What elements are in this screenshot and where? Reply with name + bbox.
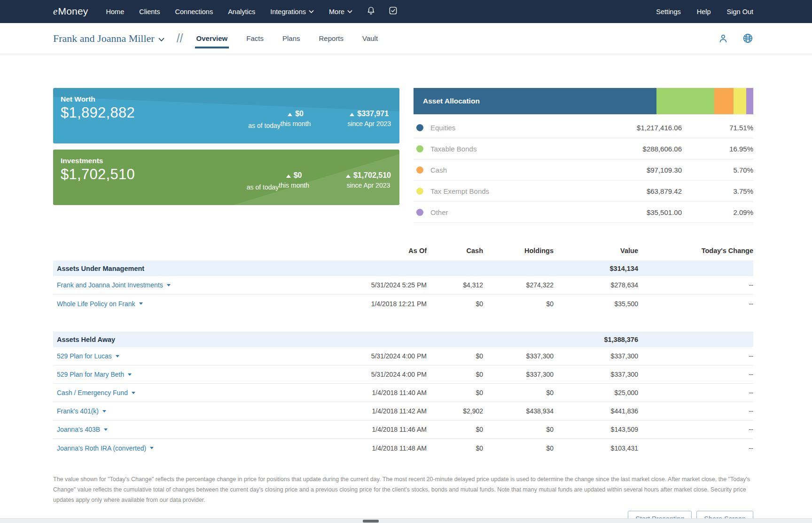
asset-allocation-panel: Asset Allocation Equities $1,217,416.06 …: [414, 88, 753, 223]
caret-down-icon[interactable]: [167, 284, 171, 286]
net-worth-amount: $1,892,882: [61, 104, 135, 121]
asset-link[interactable]: 529 Plan for Mary Beth: [57, 371, 124, 378]
allocation-segment-other: [746, 88, 753, 114]
emoney-logo[interactable]: eMoney: [53, 6, 88, 17]
legend-dot-icon: [416, 209, 423, 216]
chevron-down-icon: [309, 10, 314, 14]
nav-item-sign-out[interactable]: Sign Out: [719, 0, 753, 23]
column-header-holdings: Holdings: [483, 247, 554, 254]
asset-link[interactable]: Cash / Emergency Fund: [57, 389, 128, 396]
chevron-down-icon: [347, 10, 352, 14]
section-total: $314,134: [554, 265, 638, 272]
net-worth-card: Net Worth $1,892,882 as of today $0 this…: [53, 88, 399, 143]
asset-allocation-legend: Equities $1,217,416.06 71.51% Taxable Bo…: [414, 117, 753, 223]
asset-link[interactable]: Whole Life Policy on Frank: [57, 300, 135, 308]
nav-item-home[interactable]: Home: [99, 0, 132, 23]
asset-link[interactable]: Frank and Joanna Joint Investments: [57, 281, 163, 289]
allocation-segment-tax-exempt-bonds: [734, 88, 746, 114]
tab-overview[interactable]: Overview: [196, 23, 228, 54]
table-row: Whole Life Policy on Frank 1/4/2018 12:2…: [53, 294, 753, 313]
nav-item-integrations[interactable]: Integrations: [263, 0, 321, 23]
allocation-legend-row: Other $35,501.00 2.09%: [414, 202, 753, 223]
allocation-segment-taxable-bonds: [656, 88, 714, 114]
horizontal-scrollbar[interactable]: [0, 518, 812, 523]
investments-title: Investments: [61, 157, 279, 165]
column-header-cash: Cash: [427, 247, 483, 254]
client-selector[interactable]: Frank and Joanna Miller: [53, 32, 164, 45]
nav-item-settings[interactable]: Settings: [648, 0, 688, 23]
table-row: Frank's 401(k) 1/4/2018 11:42 AM $2,902 …: [53, 402, 753, 420]
nav-item-analytics[interactable]: Analytics: [220, 0, 263, 23]
scrollbar-thumb[interactable]: [363, 520, 379, 523]
asset-link[interactable]: Joanna's 403B: [57, 426, 100, 433]
client-tabs: Overview Facts Plans Reports Vault: [196, 23, 378, 54]
net-worth-asof: as of today: [61, 122, 281, 129]
notifications-button[interactable]: [360, 0, 382, 23]
caret-down-icon[interactable]: [150, 447, 154, 449]
nav-item-clients[interactable]: Clients: [132, 0, 167, 23]
triangle-up-icon: [350, 113, 354, 116]
section-total: $1,388,376: [554, 336, 638, 343]
allocation-segment-cash: [714, 88, 734, 114]
net-worth-month-change: $0 this month: [281, 95, 311, 143]
legend-dot-icon: [416, 145, 423, 152]
assets-table: As Of Cash Holdings Value Today's Change…: [53, 245, 753, 457]
client-header-bar: Frank and Joanna Miller // Overview Fact…: [0, 23, 812, 54]
caret-down-icon[interactable]: [104, 428, 108, 431]
table-section-header: Assets Held Away $1,388,376: [53, 332, 753, 347]
allocation-legend-row: Equities $1,217,416.06 71.51%: [414, 117, 753, 138]
allocation-legend-row: Cash $97,109.30 5.70%: [414, 159, 753, 181]
table-row: 529 Plan for Mary Beth 5/31/2024 4:00 PM…: [53, 365, 753, 384]
chevron-down-icon: [158, 32, 164, 45]
legend-dot-icon: [416, 166, 423, 174]
legend-dot-icon: [416, 188, 423, 195]
tab-plans[interactable]: Plans: [282, 23, 300, 54]
caret-down-icon[interactable]: [132, 392, 135, 394]
caret-down-icon[interactable]: [128, 373, 132, 376]
nav-item-more[interactable]: More: [321, 0, 360, 23]
bell-icon: [367, 6, 375, 17]
nav-item-help[interactable]: Help: [689, 0, 719, 23]
asset-link[interactable]: Frank's 401(k): [57, 407, 99, 415]
caret-down-icon[interactable]: [139, 302, 143, 305]
tab-vault[interactable]: Vault: [362, 23, 378, 54]
table-header-row: As Of Cash Holdings Value Today's Change: [53, 245, 753, 257]
legend-dot-icon: [416, 124, 423, 131]
tab-facts[interactable]: Facts: [246, 23, 264, 54]
asset-link[interactable]: Joanna's Roth IRA (converted): [57, 444, 146, 452]
column-header-value: Value: [554, 247, 638, 254]
net-worth-since-change: $337,971 since Apr 2023: [347, 95, 391, 143]
caret-down-icon[interactable]: [116, 355, 119, 357]
table-row: Cash / Emergency Fund 1/4/2018 11:40 AM …: [53, 384, 753, 402]
nav-item-connections[interactable]: Connections: [168, 0, 221, 23]
investments-amount: $1,702,510: [61, 166, 135, 183]
secondary-nav: Settings Help Sign Out: [648, 0, 753, 23]
asset-link[interactable]: 529 Plan for Lucas: [57, 352, 112, 360]
tab-reports[interactable]: Reports: [319, 23, 344, 54]
client-name-label: Frank and Joanna Miller: [53, 32, 155, 45]
person-icon[interactable]: [718, 33, 728, 44]
allocation-legend-row: Tax Exempt Bonds $63,879.42 3.75%: [414, 181, 753, 202]
column-header-change: Today's Change: [638, 247, 753, 254]
investments-asof: as of today: [61, 183, 279, 191]
investments-since-change: $1,702,510 since Apr 2023: [346, 157, 391, 205]
table-row: Frank and Joanna Joint Investments 5/31/…: [53, 276, 753, 294]
triangle-up-icon: [346, 174, 351, 178]
table-row: Joanna's Roth IRA (converted) 1/4/2018 1…: [53, 439, 753, 457]
globe-icon[interactable]: [742, 33, 753, 44]
triangle-up-icon: [288, 113, 292, 116]
table-row: 529 Plan for Lucas 5/31/2024 4:00 PM $0 …: [53, 347, 753, 365]
asset-allocation-title: Asset Allocation: [423, 97, 480, 105]
table-section-header: Assets Under Management $314,134: [53, 261, 753, 276]
investments-card: Investments $1,702,510 as of today $0 th…: [53, 150, 399, 205]
caret-down-icon[interactable]: [102, 410, 106, 412]
asset-allocation-bar: Asset Allocation: [414, 88, 753, 114]
column-header-as-of: As Of: [347, 247, 427, 254]
breadcrumb-separator: //: [177, 32, 183, 45]
tasks-button[interactable]: [382, 0, 404, 23]
investments-month-change: $0 this month: [279, 157, 309, 205]
allocation-legend-row: Taxable Bonds $288,606.06 16.95%: [414, 138, 753, 159]
todays-change-disclaimer: The value shown for "Today's Change" ref…: [53, 474, 753, 505]
net-worth-title: Net Worth: [61, 95, 281, 103]
table-row: Joanna's 403B 1/4/2018 11:46 AM $0 $0 $1…: [53, 420, 753, 439]
